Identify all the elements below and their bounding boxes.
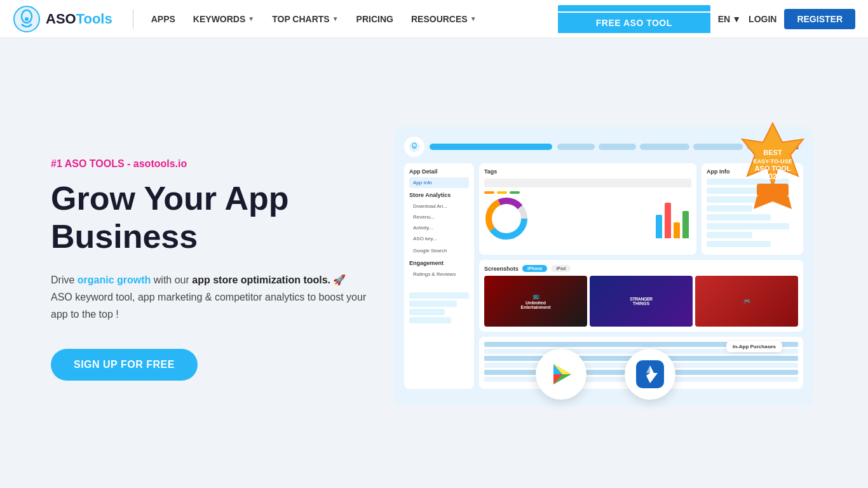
hero-title: Grow Your App Business [51, 180, 369, 256]
active-menu-item[interactable]: Activity... [409, 222, 469, 233]
appinfo-bar-6 [707, 223, 789, 229]
hero-description: Drive organic growth with our app store … [51, 271, 369, 323]
language-selector[interactable]: EN ▼ [718, 14, 741, 24]
download-menu-item[interactable]: Download An... [409, 201, 469, 212]
tag-pill-3 [510, 191, 520, 194]
ipad-tab[interactable]: iPad [551, 265, 571, 272]
charts-area [484, 196, 691, 247]
nav-pricing[interactable]: PRICING [349, 9, 401, 29]
app-store-icon [625, 349, 675, 400]
bar-1 [656, 215, 662, 238]
hero-subtitle: #1 ASO TOOLS - asotools.io [51, 158, 369, 170]
hero-right-content: 🇺🇸 App Detail App Info Store Analytics D… [394, 126, 817, 412]
screenshot-1: 📺 Unlimited Entertainment [484, 276, 587, 327]
engagement-bar3 [409, 309, 445, 315]
iap-label: In-App Purchases [726, 341, 782, 352]
appinfo-bar-8 [707, 241, 771, 247]
login-button[interactable]: LOGIN [749, 14, 776, 24]
tag-pill-1 [484, 191, 494, 194]
donut-chart [484, 196, 529, 243]
navbar: ASOTools APPS KEYWORDS ▼ TOP CHARTS ▼ PR… [0, 0, 868, 38]
iphone-tab[interactable]: iPhone [522, 265, 547, 272]
svg-text:EASY-TO-USE: EASY-TO-USE [754, 158, 792, 165]
svg-text:ASO TOOL: ASO TOOL [754, 165, 791, 172]
tag-pill-2 [497, 191, 507, 194]
svg-point-10 [498, 210, 515, 227]
mockup-brand-icon [404, 137, 424, 157]
bar-4 [682, 211, 689, 238]
tags-input[interactable] [484, 179, 691, 187]
nav-keywords[interactable]: KEYWORDS ▼ [186, 9, 262, 29]
screenshot-2: STRANGER THINGS [590, 276, 693, 327]
engagement-bar4 [409, 317, 451, 323]
svg-marker-18 [754, 196, 792, 209]
google-search-menu-item[interactable]: Google Search [409, 245, 469, 256]
svg-text:BEST: BEST [763, 149, 782, 156]
menu-divider3 [409, 256, 469, 257]
mockup-header-bar1 [430, 144, 552, 150]
mockup-left-column: App Detail App Info Store Analytics Down… [404, 163, 474, 389]
tag-pills [484, 191, 691, 194]
brand-name: ASOTools [46, 11, 112, 27]
hero-left-content: #1 ASO TOOLS - asotools.io Grow Your App… [51, 158, 369, 380]
engagement-bar1 [409, 292, 469, 299]
signup-button[interactable]: SIGN UP FOR FREE [51, 349, 198, 381]
screenshots-title: Screenshots iPhone iPad [484, 265, 798, 272]
screenshots-section: Screenshots iPhone iPad 📺 Unlimited Ente… [479, 260, 803, 332]
screenshot-3: 🎮 [695, 276, 798, 327]
revenue-menu-item[interactable]: Revenu... [409, 212, 469, 222]
bar-chart [653, 196, 691, 241]
app-info-menu-item[interactable]: App Info [409, 177, 469, 188]
top-charts-chevron-icon: ▼ [332, 15, 339, 22]
free-aso-container: FREE ASO TOOL [558, 5, 710, 33]
brand-logo[interactable]: ASOTools [13, 5, 112, 33]
resources-chevron-icon: ▼ [470, 15, 477, 22]
svg-text:2021: 2021 [764, 172, 782, 181]
screenshot-thumbnails: 📺 Unlimited Entertainment STRANGER THING… [484, 276, 798, 327]
store-analytics-label: Store Analytics [409, 192, 469, 198]
tags-title: Tags [484, 168, 691, 175]
svg-rect-17 [757, 184, 789, 196]
keywords-chevron-icon: ▼ [248, 15, 254, 22]
app-detail-label: App Detail [409, 168, 469, 175]
engagement-label: Engagement [409, 260, 469, 266]
bar-2 [665, 203, 671, 238]
svg-point-5 [414, 146, 415, 147]
free-aso-top-bar [558, 5, 710, 11]
nav-resources[interactable]: RESOURCES ▼ [403, 9, 484, 29]
svg-point-2 [25, 17, 29, 21]
nav-right: FREE ASO TOOL EN ▼ LOGIN REGISTER [558, 5, 855, 33]
lang-chevron-icon: ▼ [732, 14, 741, 24]
tags-section: Tags [479, 163, 696, 255]
register-button[interactable]: REGISTER [784, 9, 855, 29]
nav-top-charts[interactable]: TOP CHARTS ▼ [264, 9, 346, 29]
store-icons [536, 349, 675, 400]
nav-links: APPS KEYWORDS ▼ TOP CHARTS ▼ PRICING RES… [144, 9, 558, 29]
brand-icon [13, 5, 41, 33]
ratings-menu-item[interactable]: Ratings & Reviews [409, 269, 469, 280]
engagement-bar2 [409, 301, 457, 307]
free-aso-button[interactable]: FREE ASO TOOL [558, 13, 710, 33]
left-spacer [409, 280, 469, 292]
nav-divider [133, 10, 133, 29]
hero-section: #1 ASO TOOLS - asotools.io Grow Your App… [0, 38, 868, 488]
menu-divider [409, 188, 469, 189]
aso-keywords-menu-item[interactable]: ASO key... [409, 233, 469, 244]
award-badge: BEST EASY-TO-USE ASO TOOL 2021 [722, 120, 824, 222]
nav-apps[interactable]: APPS [144, 9, 183, 29]
appinfo-bar-7 [707, 232, 752, 238]
google-play-icon [536, 349, 587, 400]
bar-3 [674, 222, 680, 238]
